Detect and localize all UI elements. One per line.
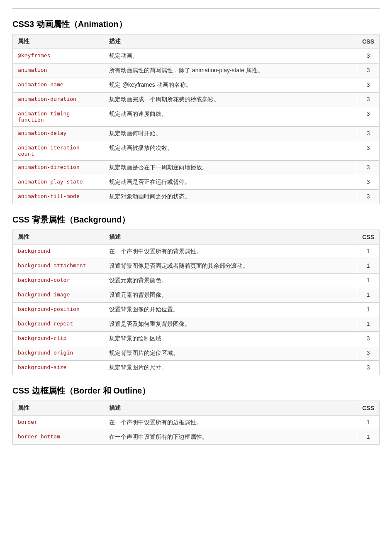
description-cell: 设置背景图像的开始位置。: [104, 303, 357, 317]
description-cell: 规定动画完成一个周期所花费的秒或毫秒。: [104, 93, 357, 107]
table-row: background-origin规定背景图片的定位区域。3: [13, 346, 380, 361]
css-version-cell: 3: [357, 49, 380, 64]
table-row: border-bottom在一个声明中设置所有的下边框属性。1: [13, 430, 380, 445]
description-cell: 在一个声明中设置所有的下边框属性。: [104, 430, 357, 445]
description-cell: 规定背景图片的尺寸。: [104, 361, 357, 375]
property-cell: background-size: [13, 361, 104, 375]
table-animation: 属性描述CSS@keyframes规定动画。3animation所有动画属性的简…: [12, 34, 380, 204]
css-version-cell: 3: [357, 127, 380, 141]
css-version-cell: 3: [357, 141, 380, 161]
col-header-0: 属性: [13, 401, 104, 416]
table-row: background-clip规定背景的绘制区域。3: [13, 332, 380, 346]
col-header-1: 描述: [104, 230, 357, 244]
description-cell: 在一个声明中设置所有的边框属性。: [104, 416, 357, 430]
table-row: background在一个声明中设置所有的背景属性。1: [13, 244, 380, 259]
property-cell: background-color: [13, 274, 104, 288]
css-version-cell: 1: [357, 430, 380, 445]
property-cell: animation-delay: [13, 127, 104, 141]
table-row: background-image设置元素的背景图像。1: [13, 288, 380, 303]
section-title-animation: CSS3 动画属性（Animation）: [12, 19, 380, 30]
css-version-cell: 3: [357, 64, 380, 78]
description-cell: 规定动画被播放的次数。: [104, 141, 357, 161]
table-row: background-position设置背景图像的开始位置。1: [13, 303, 380, 317]
description-cell: 规定背景图片的定位区域。: [104, 346, 357, 361]
col-header-0: 属性: [13, 34, 104, 49]
table-row: background-attachment设置背景图像是否固定或者随着页面的其余…: [13, 259, 380, 274]
table-row: animation-direction规定动画是否在下一周期逆向地播放。3: [13, 161, 380, 175]
section-title-border: CSS 边框属性（Border 和 Outline）: [12, 385, 380, 396]
description-cell: 规定动画的速度曲线。: [104, 107, 357, 127]
property-cell: @keyframes: [13, 49, 104, 64]
col-header-1: 描述: [104, 401, 357, 416]
property-cell: background-clip: [13, 332, 104, 346]
property-cell: animation-direction: [13, 161, 104, 175]
col-header-2: CSS: [357, 401, 380, 416]
property-cell: background-attachment: [13, 259, 104, 274]
description-cell: 所有动画属性的简写属性，除了 animation-play-state 属性。: [104, 64, 357, 78]
table-row: animation-fill-mode规定对象动画时间之外的状态。3: [13, 190, 380, 204]
table-row: background-size规定背景图片的尺寸。3: [13, 361, 380, 375]
css-version-cell: 3: [357, 346, 380, 361]
css-version-cell: 1: [357, 317, 380, 332]
table-row: animation所有动画属性的简写属性，除了 animation-play-s…: [13, 64, 380, 78]
property-cell: animation-name: [13, 78, 104, 93]
property-cell: animation-iteration-count: [13, 141, 104, 161]
description-cell: 规定动画是否正在运行或暂停。: [104, 175, 357, 190]
table-row: animation-name规定 @keyframes 动画的名称。3: [13, 78, 380, 93]
description-cell: 设置元素的背景图像。: [104, 288, 357, 303]
property-cell: animation-duration: [13, 93, 104, 107]
description-cell: 设置是否及如何重复背景图像。: [104, 317, 357, 332]
description-cell: 规定动画是否在下一周期逆向地播放。: [104, 161, 357, 175]
description-cell: 规定 @keyframes 动画的名称。: [104, 78, 357, 93]
table-row: animation-timing-function规定动画的速度曲线。3: [13, 107, 380, 127]
table-row: animation-duration规定动画完成一个周期所花费的秒或毫秒。3: [13, 93, 380, 107]
css-version-cell: 3: [357, 175, 380, 190]
property-cell: animation-fill-mode: [13, 190, 104, 204]
css-version-cell: 3: [357, 161, 380, 175]
property-cell: background-position: [13, 303, 104, 317]
css-version-cell: 3: [357, 361, 380, 375]
table-background: 属性描述CSSbackground在一个声明中设置所有的背景属性。1backgr…: [12, 230, 380, 375]
property-cell: animation: [13, 64, 104, 78]
css-version-cell: 3: [357, 78, 380, 93]
description-cell: 设置元素的背景颜色。: [104, 274, 357, 288]
css-version-cell: 3: [357, 332, 380, 346]
table-row: animation-play-state规定动画是否正在运行或暂停。3: [13, 175, 380, 190]
property-cell: animation-play-state: [13, 175, 104, 190]
table-row: background-repeat设置是否及如何重复背景图像。1: [13, 317, 380, 332]
property-cell: animation-timing-function: [13, 107, 104, 127]
table-row: border在一个声明中设置所有的边框属性。1: [13, 416, 380, 430]
property-cell: background: [13, 244, 104, 259]
description-cell: 规定背景的绘制区域。: [104, 332, 357, 346]
section-title-background: CSS 背景属性（Background）: [12, 214, 380, 225]
property-cell: background-origin: [13, 346, 104, 361]
col-header-0: 属性: [13, 230, 104, 244]
table-row: animation-delay规定动画何时开始。3: [13, 127, 380, 141]
col-header-1: 描述: [104, 34, 357, 49]
description-cell: 设置背景图像是否固定或者随着页面的其余部分滚动。: [104, 259, 357, 274]
description-cell: 规定对象动画时间之外的状态。: [104, 190, 357, 204]
css-version-cell: 1: [357, 288, 380, 303]
property-cell: border-bottom: [13, 430, 104, 445]
description-cell: 规定动画。: [104, 49, 357, 64]
table-row: @keyframes规定动画。3: [13, 49, 380, 64]
css-version-cell: 1: [357, 244, 380, 259]
top-divider: [12, 8, 380, 9]
col-header-2: CSS: [357, 230, 380, 244]
css-version-cell: 3: [357, 107, 380, 127]
css-version-cell: 1: [357, 416, 380, 430]
property-cell: background-repeat: [13, 317, 104, 332]
css-version-cell: 1: [357, 303, 380, 317]
table-border: 属性描述CSSborder在一个声明中设置所有的边框属性。1border-bot…: [12, 401, 380, 445]
table-row: animation-iteration-count规定动画被播放的次数。3: [13, 141, 380, 161]
table-row: background-color设置元素的背景颜色。1: [13, 274, 380, 288]
property-cell: border: [13, 416, 104, 430]
property-cell: background-image: [13, 288, 104, 303]
description-cell: 规定动画何时开始。: [104, 127, 357, 141]
css-version-cell: 1: [357, 259, 380, 274]
css-version-cell: 3: [357, 190, 380, 204]
css-version-cell: 3: [357, 93, 380, 107]
description-cell: 在一个声明中设置所有的背景属性。: [104, 244, 357, 259]
css-version-cell: 1: [357, 274, 380, 288]
col-header-2: CSS: [357, 34, 380, 49]
